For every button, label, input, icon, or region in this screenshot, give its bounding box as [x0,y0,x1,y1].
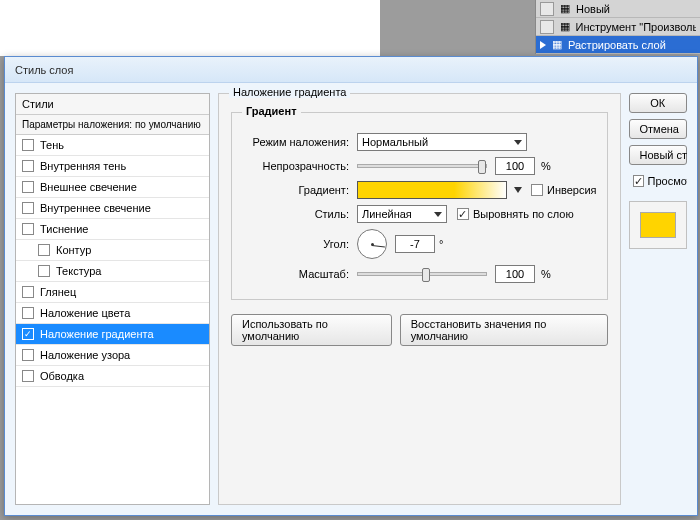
opacity-label: Непрозрачность: [242,160,357,172]
style-checkbox[interactable] [22,223,34,235]
align-checkbox[interactable]: ✓ [457,208,469,220]
document-canvas [0,0,380,56]
make-default-button[interactable]: Использовать по умолчанию [231,314,392,346]
style-item[interactable]: ✓Наложение градиента [16,324,209,345]
style-item-label: Тень [40,139,64,151]
group-title: Наложение градиента [229,86,351,98]
gradient-label: Градиент: [242,184,357,196]
preview-checkbox[interactable]: ✓ [633,175,644,187]
style-item[interactable]: Внешнее свечение [16,177,209,198]
styles-list: Стили Параметры наложения: по умолчанию … [15,93,210,505]
visibility-cell[interactable] [540,20,554,34]
style-item-label: Наложение градиента [40,328,154,340]
layer-label: Инструмент "Произволь [576,21,696,33]
style-checkbox[interactable] [38,265,50,277]
dialog-titlebar[interactable]: Стиль слоя [5,57,697,83]
dialog-side-buttons: ОК Отмена Новый стиль... ✓ Просмотр [629,93,687,505]
angle-dial[interactable] [357,229,387,259]
reset-default-button[interactable]: Восстановить значения по умолчанию [400,314,608,346]
scale-label: Масштаб: [242,268,357,280]
style-item-label: Внутреннее свечение [40,202,151,214]
layer-style-dialog: Стиль слоя Стили Параметры наложения: по… [4,56,698,516]
blend-mode-select[interactable]: Нормальный [357,133,527,151]
layer-row[interactable]: ▦ Инструмент "Произволь [536,18,700,36]
scale-slider[interactable] [357,272,487,276]
style-item[interactable]: Внутреннее свечение [16,198,209,219]
visibility-cell[interactable] [540,2,554,16]
style-checkbox[interactable] [22,181,34,193]
reverse-checkbox[interactable] [531,184,543,196]
style-checkbox[interactable] [38,244,50,256]
gradient-inner-group: Градиент Режим наложения: Нормальный Неп… [231,112,608,300]
triangle-icon [540,41,546,49]
layer-row[interactable]: ▦ Новый [536,0,700,18]
style-item[interactable]: Наложение узора [16,345,209,366]
degree-label: ° [439,238,443,250]
opacity-slider[interactable] [357,164,487,168]
scale-input[interactable]: 100 [495,265,535,283]
gradient-overlay-group: Наложение градиента Градиент Режим налож… [218,93,621,505]
style-select[interactable]: Линейная [357,205,447,223]
layers-panel: ▦ Новый ▦ Инструмент "Произволь ▦ Растри… [535,0,700,54]
angle-label: Угол: [242,238,357,250]
preview-label: Просмотр [648,175,687,187]
style-item[interactable]: Тень [16,135,209,156]
style-checkbox[interactable] [22,139,34,151]
style-checkbox[interactable] [22,286,34,298]
inner-title: Градиент [242,105,301,117]
preview-swatch [640,212,676,238]
gradient-swatch[interactable] [357,181,507,199]
style-item-label: Контур [56,244,91,256]
new-style-button[interactable]: Новый стиль... [629,145,687,165]
style-item-label: Обводка [40,370,84,382]
ok-button[interactable]: ОК [629,93,687,113]
style-item[interactable]: Внутренняя тень [16,156,209,177]
layer-icon: ▦ [558,20,572,34]
style-item[interactable]: Наложение цвета [16,303,209,324]
style-item-label: Наложение цвета [40,307,130,319]
angle-input[interactable]: -7 [395,235,435,253]
preview-box [629,201,687,249]
style-checkbox[interactable] [22,307,34,319]
style-item[interactable]: Контур [16,240,209,261]
style-label: Стиль: [242,208,357,220]
percent-label: % [541,268,551,280]
style-checkbox[interactable] [22,160,34,172]
layer-label: Растрировать слой [568,39,666,51]
layer-icon: ▦ [558,2,572,16]
layer-icon: ▦ [550,38,564,52]
style-item-label: Наложение узора [40,349,130,361]
cancel-button[interactable]: Отмена [629,119,687,139]
style-checkbox[interactable] [22,202,34,214]
style-item-label: Глянец [40,286,76,298]
reverse-label: Инверсия [547,184,597,196]
style-item-label: Текстура [56,265,101,277]
style-item[interactable]: Тиснение [16,219,209,240]
align-label: Выровнять по слою [473,208,574,220]
layer-label: Новый [576,3,610,15]
blending-options-header[interactable]: Параметры наложения: по умолчанию [16,115,209,135]
style-item-label: Внутренняя тень [40,160,126,172]
percent-label: % [541,160,551,172]
styles-header[interactable]: Стили [16,94,209,115]
dialog-title: Стиль слоя [15,64,73,76]
style-item[interactable]: Обводка [16,366,209,387]
blend-mode-label: Режим наложения: [242,136,357,148]
style-item-label: Внешнее свечение [40,181,137,193]
opacity-input[interactable]: 100 [495,157,535,175]
layer-row-selected[interactable]: ▦ Растрировать слой [536,36,700,54]
style-checkbox[interactable] [22,349,34,361]
style-checkbox[interactable]: ✓ [22,328,34,340]
style-checkbox[interactable] [22,370,34,382]
style-item[interactable]: Текстура [16,261,209,282]
style-item-label: Тиснение [40,223,88,235]
style-item[interactable]: Глянец [16,282,209,303]
